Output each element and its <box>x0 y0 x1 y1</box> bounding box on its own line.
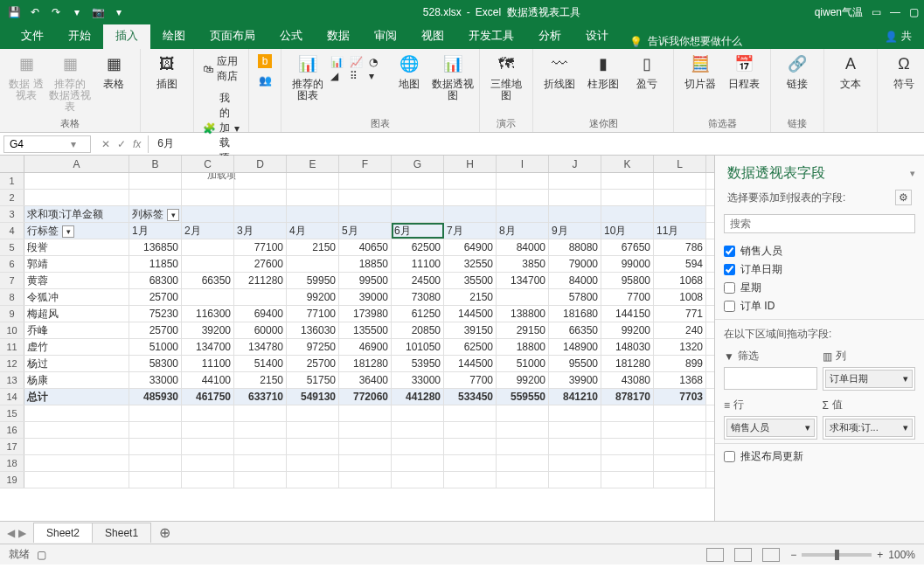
cell[interactable] <box>497 455 549 471</box>
cell[interactable]: 11100 <box>182 356 234 371</box>
cell[interactable] <box>24 422 129 438</box>
cell[interactable] <box>234 422 287 438</box>
formula-content[interactable]: 6月 <box>149 136 183 151</box>
row-header[interactable]: 11 <box>0 339 24 355</box>
cell[interactable] <box>392 422 444 438</box>
cell[interactable]: 杨康 <box>24 372 129 388</box>
cell[interactable]: 134700 <box>497 273 549 288</box>
field-checkbox[interactable] <box>724 282 735 294</box>
chart-scatter-icon[interactable]: ⠿ <box>350 70 367 82</box>
zoom-control[interactable]: − + 100% <box>790 549 915 561</box>
cell[interactable] <box>24 190 129 205</box>
cell[interactable]: 39150 <box>444 322 497 338</box>
undo-icon[interactable]: ↶ <box>26 3 44 21</box>
fx-icon[interactable]: fx <box>133 138 141 150</box>
cell[interactable] <box>601 422 654 438</box>
cell[interactable]: 1月 <box>129 223 182 239</box>
cell[interactable] <box>234 173 287 189</box>
cell[interactable] <box>339 173 392 189</box>
area-cols-drop[interactable]: 订单日期▾ <box>823 367 916 391</box>
cell[interactable] <box>182 239 234 255</box>
cell[interactable]: 郭靖 <box>24 256 129 272</box>
cell[interactable] <box>339 206 392 222</box>
cell[interactable] <box>234 472 287 488</box>
cell[interactable] <box>654 472 706 488</box>
cell[interactable]: 18800 <box>497 339 549 355</box>
cell[interactable]: 771 <box>654 306 706 322</box>
cell[interactable]: 黄蓉 <box>24 273 129 288</box>
cell[interactable]: 43080 <box>601 372 654 388</box>
col-I[interactable]: I <box>497 156 549 172</box>
cell[interactable] <box>601 206 654 222</box>
name-box-input[interactable] <box>10 138 71 150</box>
cell[interactable] <box>497 405 549 421</box>
cell[interactable] <box>234 190 287 205</box>
cell[interactable] <box>234 439 287 454</box>
cell[interactable] <box>234 206 287 222</box>
cell[interactable] <box>444 173 497 189</box>
chart-more-icon[interactable]: ▾ <box>369 70 386 82</box>
col-K[interactable]: K <box>601 156 654 172</box>
cell[interactable] <box>497 289 549 305</box>
cell[interactable]: 1068 <box>654 273 706 288</box>
cell[interactable]: 39200 <box>182 322 234 338</box>
cell[interactable] <box>549 190 601 205</box>
row-header[interactable]: 8 <box>0 289 24 305</box>
cell[interactable]: 66350 <box>182 273 234 288</box>
cell[interactable] <box>182 289 234 305</box>
cell[interactable] <box>497 422 549 438</box>
tab-home[interactable]: 开始 <box>56 23 103 49</box>
cell[interactable] <box>339 405 392 421</box>
cell[interactable]: 7700 <box>444 372 497 388</box>
cell[interactable] <box>601 439 654 454</box>
cell[interactable]: 51000 <box>129 339 182 355</box>
field-checkbox[interactable] <box>724 301 735 312</box>
cell[interactable]: 136030 <box>287 322 339 338</box>
cell[interactable] <box>24 439 129 454</box>
cell[interactable]: 148900 <box>549 339 601 355</box>
cell[interactable]: 20850 <box>392 322 444 338</box>
cell[interactable] <box>601 455 654 471</box>
tab-review[interactable]: 审阅 <box>362 23 409 49</box>
page-layout-button[interactable] <box>734 548 752 562</box>
select-all-corner[interactable] <box>0 156 24 172</box>
ribbon-display-icon[interactable]: ▭ <box>872 6 881 18</box>
cell[interactable]: 144500 <box>444 356 497 371</box>
cell[interactable] <box>497 439 549 454</box>
cell[interactable] <box>444 455 497 471</box>
cell[interactable] <box>182 173 234 189</box>
cell[interactable]: 144150 <box>601 306 654 322</box>
chart-area-icon[interactable]: ◢ <box>330 70 348 82</box>
cell[interactable]: 5月 <box>339 223 392 239</box>
cell[interactable]: 59950 <box>287 273 339 288</box>
sheet-next-icon[interactable]: ▶ <box>18 527 26 539</box>
cell[interactable] <box>234 405 287 421</box>
chart-bar-icon[interactable]: 📊 <box>330 56 348 68</box>
tab-insert[interactable]: 插入 <box>103 23 150 49</box>
cell[interactable]: 99000 <box>601 256 654 272</box>
row-header[interactable]: 7 <box>0 273 24 288</box>
area-vals-item[interactable]: 求和项:订...▾ <box>825 419 914 437</box>
cell[interactable]: 101050 <box>392 339 444 355</box>
pivot-chart-button[interactable]: 📊数据透视图 <box>432 52 474 101</box>
cell[interactable]: 116300 <box>182 306 234 322</box>
slicer-button[interactable]: 🧮切片器 <box>679 52 721 90</box>
cell[interactable] <box>601 173 654 189</box>
col-L[interactable]: L <box>654 156 706 172</box>
cell[interactable] <box>182 422 234 438</box>
cell[interactable]: 878170 <box>601 389 654 405</box>
cell[interactable] <box>182 455 234 471</box>
cell[interactable]: 485930 <box>129 389 182 405</box>
text-button[interactable]: A文本 <box>830 52 872 90</box>
cell[interactable]: 99200 <box>497 372 549 388</box>
area-rows-item[interactable]: 销售人员▾ <box>726 419 815 437</box>
zoom-label[interactable]: 100% <box>888 549 915 561</box>
cell[interactable]: 40650 <box>339 239 392 255</box>
cell[interactable] <box>182 472 234 488</box>
cell[interactable] <box>182 190 234 205</box>
cell[interactable]: 75230 <box>129 306 182 322</box>
cell[interactable] <box>182 439 234 454</box>
col-G[interactable]: G <box>392 156 444 172</box>
cell[interactable] <box>497 472 549 488</box>
cell[interactable]: 2月 <box>182 223 234 239</box>
